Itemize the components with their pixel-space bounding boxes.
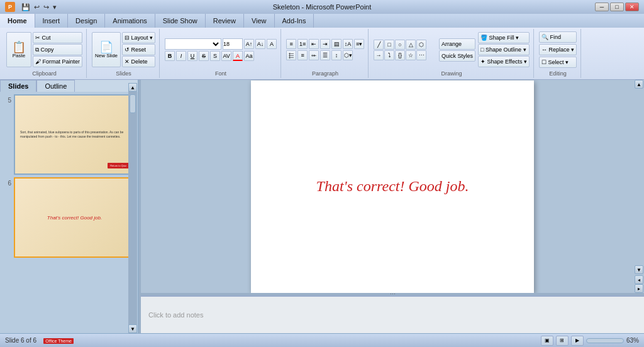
font-family-select[interactable] [165,38,221,50]
shape-10[interactable]: ⋯ [416,50,426,60]
shape-3[interactable]: ○ [395,40,405,50]
quick-redo-btn[interactable]: ↪ [42,3,50,12]
canvas-scroll-down[interactable]: ▼ [635,265,643,274]
quick-styles-button[interactable]: Quick Styles [439,50,475,62]
arrange-button[interactable]: Arrange [439,38,475,50]
shadow-button[interactable]: S [210,51,220,61]
text-dir-button[interactable]: ↕A [343,39,353,49]
bullets-button[interactable]: ≡ [286,39,296,49]
shape-4[interactable]: △ [406,40,416,50]
shapes-container: ╱ □ ○ △ ⬡ → ⤵ {} ☆ ⋯ [374,40,436,60]
canvas-expand-btn[interactable]: ◂ [635,275,643,284]
slideshow-btn[interactable]: ▶ [571,336,584,346]
tab-review[interactable]: Review [206,14,244,28]
shape-8[interactable]: {} [395,50,405,60]
slide-canvas-area[interactable]: That's correct! Good job. ▲ ▼ ◂ ▸ [141,80,644,293]
panel-tab-slides[interactable]: Slides [0,80,36,92]
col-button[interactable]: ▤ [331,39,341,49]
shape-1[interactable]: ╱ [374,40,384,50]
select-button[interactable]: ☐ Select ▾ [539,57,577,68]
tab-addins[interactable]: Add-Ins [275,14,314,28]
clear-format-btn[interactable]: A [267,39,277,49]
paste-button[interactable]: 📋 Paste [6,32,31,67]
cut-button[interactable]: ✂ Cut [33,32,82,43]
align-right-button[interactable]: ⬰ [309,50,319,60]
align-center-button[interactable]: ≡ [297,50,308,60]
slide-thumb-5[interactable]: 5 Sort, that animated, blue subpoena to … [3,94,135,175]
copy-button[interactable]: ⧉ Copy [33,44,82,55]
tab-animations[interactable]: Animations [105,14,155,28]
panel-tab-outline[interactable]: Outline [36,80,75,92]
tab-home[interactable]: Home [0,14,35,28]
tab-slideshow[interactable]: Slide Show [155,14,206,28]
maximize-button[interactable]: □ [610,3,624,11]
align-text-button[interactable]: ≡▾ [354,39,364,49]
strikethrough-button[interactable]: S [199,51,209,61]
shape-outline-button[interactable]: □ Shape Outline ▾ [478,44,530,55]
find-button[interactable]: 🔍 Find [539,31,577,43]
panel-scroll-up[interactable]: ▲ [128,83,137,92]
panel-scroll-down[interactable]: ▼ [128,324,137,333]
status-right: ▣ ⊞ ▶ 63% [541,336,639,346]
shape-7[interactable]: ⤵ [384,50,394,60]
tab-view[interactable]: View [244,14,275,28]
spacing-button[interactable]: AV [221,51,231,61]
panel-scroll-thumb[interactable] [130,94,136,113]
tab-insert[interactable]: Insert [35,14,69,28]
tab-design[interactable]: Design [68,14,105,28]
highlight-btn[interactable]: Aa [244,51,254,61]
slide-canvas[interactable]: That's correct! Good job. [251,80,534,293]
indent-button[interactable]: ⇥ [320,39,330,49]
reset-button[interactable]: ↺ Reset [122,44,155,55]
justify-button[interactable]: ☰ [320,50,330,60]
replace-button[interactable]: ↔ Replace ▾ [539,44,577,55]
minimize-button[interactable]: ─ [595,3,609,11]
notes-placeholder[interactable]: Click to add notes [148,311,203,319]
notes-area[interactable]: Click to add notes [141,295,644,333]
underline-button[interactable]: U [187,51,197,61]
ribbon: Home Insert Design Animations Slide Show… [0,14,644,80]
slides-label: Slides [116,69,131,77]
shape-2[interactable]: □ [384,40,394,50]
shape-fill-button[interactable]: 🪣 Shape Fill ▾ [478,32,530,43]
slide-preview-5[interactable]: Sort, that animated, blue subpoena to pa… [14,94,135,175]
font-row-1: A↑ A↓ A [165,38,277,50]
font-color-button[interactable]: A [233,51,243,61]
outdent-button[interactable]: ⇤ [309,39,319,49]
quick-dropdown-btn[interactable]: ▾ [52,3,58,12]
clipboard-group: 📋 Paste ✂ Cut ⧉ Copy 🖌 Format Painter Cl… [3,29,87,78]
bold-button[interactable]: B [165,51,175,61]
normal-view-btn[interactable]: ▣ [541,336,553,346]
close-button[interactable]: ✕ [625,3,639,11]
slide-sorter-btn[interactable]: ⊞ [556,336,569,346]
quick-save-btn[interactable]: 💾 [20,3,31,12]
clipboard-col: ✂ Cut ⧉ Copy 🖌 Format Painter [33,32,82,67]
canvas-shrink-btn[interactable]: ▸ [635,284,643,293]
quick-undo-btn[interactable]: ↩ [33,3,41,12]
delete-button[interactable]: ✕ Delete [122,56,155,67]
canvas-scroll-up[interactable]: ▲ [635,80,643,89]
slide-preview-6[interactable]: That's correct! Good job. [14,177,135,258]
layout-button[interactable]: ⊟ Layout ▾ [122,32,155,43]
font-label: Font [215,69,226,77]
align-left-button[interactable]: ⬱ [286,50,296,60]
new-slide-button[interactable]: 📄 New Slide [92,32,121,67]
smartart-button[interactable]: ⬡▾ [343,50,353,60]
shape-6[interactable]: → [374,50,384,60]
shape-9[interactable]: ☆ [406,50,416,60]
slide-thumb-6[interactable]: 6 That's correct! Good job. [3,177,135,258]
return-quiz-btn[interactable]: Return to Quiz [108,163,129,168]
shape-5[interactable]: ⬡ [416,40,426,50]
zoom-slider[interactable] [586,338,624,343]
italic-button[interactable]: I [176,51,186,61]
font-size-decrease[interactable]: A↓ [255,39,265,49]
format-painter-button[interactable]: 🖌 Format Painter [33,56,82,67]
font-size-input[interactable] [223,38,243,50]
editing-group: 🔍 Find ↔ Replace ▾ ☐ Select ▾ Editing [535,29,581,78]
font-size-increase[interactable]: A↑ [244,39,254,49]
theme-tag[interactable]: Office Theme [43,338,74,344]
line-spacing-button[interactable]: ↕ [331,50,341,60]
numbering-button[interactable]: 1≡ [297,39,308,49]
drawing-label: Drawing [441,69,462,77]
shape-effects-button[interactable]: ✦ Shape Effects ▾ [478,56,530,67]
